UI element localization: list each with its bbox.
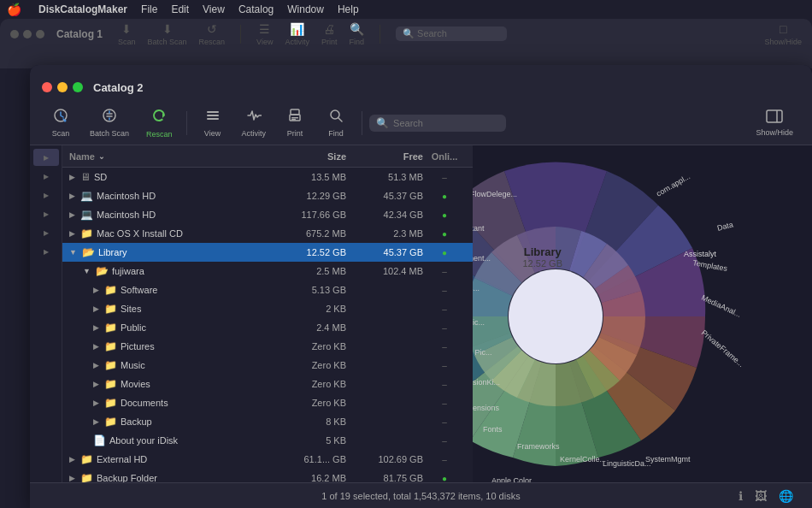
main-window: Catalog 2 Scan Batch <box>30 65 812 508</box>
row-name: ▼ 📂 fujiwara <box>69 265 269 277</box>
print-button[interactable]: Print <box>276 105 314 140</box>
table-row[interactable]: ▶ 📁 Software 5.13 GB – <box>62 281 473 299</box>
status-icons: ℹ 🖼 🌐 <box>737 487 795 505</box>
row-text: Macintosh HD <box>97 210 156 220</box>
sidebar-arrow-1: ▶ <box>44 154 49 162</box>
table-row[interactable]: ▶ 💻 Macintosh HD 117.66 GB 42.34 GB ● <box>62 205 473 224</box>
row-size: 13.5 MB <box>269 172 346 182</box>
bg-toolbar: Catalog 1 ⬇ Scan ⬇ Batch Scan ↺ Rescan ☰… <box>0 19 812 49</box>
row-online: – <box>423 416 466 427</box>
table-row[interactable]: ▶ 📁 Public 2.4 MB – <box>62 318 473 337</box>
info-button[interactable]: ℹ <box>737 487 744 505</box>
view-button[interactable]: View <box>194 105 232 140</box>
row-size: 61.1... GB <box>269 454 346 464</box>
svg-text:PrivateFrame...: PrivateFrame... <box>700 328 746 369</box>
menu-edit[interactable]: Edit <box>171 3 189 15</box>
menu-help[interactable]: Help <box>338 3 359 15</box>
table-row[interactable]: ▶ 📁 Sites 2 KB – <box>62 299 473 318</box>
menu-window[interactable]: Window <box>287 3 324 15</box>
traffic-light-green[interactable] <box>73 82 83 92</box>
sidebar-item-1[interactable]: ▶ <box>33 149 59 166</box>
show-hide-icon <box>766 109 783 127</box>
row-name: ▶ 📁 Public <box>69 322 269 334</box>
sidebar-item-6[interactable]: ▶ <box>33 243 59 260</box>
scan-button[interactable]: Scan <box>42 105 79 140</box>
folder-blue-icon: 📂 <box>82 246 95 258</box>
row-text: Pictures <box>121 341 155 351</box>
svg-text:Desktop Pic...: Desktop Pic... <box>473 348 492 357</box>
traffic-light-yellow[interactable] <box>57 82 68 92</box>
sidebar-item-4[interactable]: ▶ <box>33 205 59 222</box>
row-expand-arrow: ▶ <box>93 380 99 388</box>
table-row[interactable]: ▶ 📁 External HD 61.1... GB 102.69 GB – <box>62 450 473 469</box>
row-online: – <box>423 304 466 314</box>
row-online: ● <box>423 228 466 239</box>
row-online: – <box>423 454 466 464</box>
row-expand-arrow: ▶ <box>69 210 75 219</box>
table-row[interactable]: ▶ 📁 Pictures Zero KB – <box>62 337 473 356</box>
folder-icon: 📁 <box>104 378 117 390</box>
table-row[interactable]: ▶ 📁 Backup Folder 16.2 MB 81.75 GB ● <box>62 469 473 482</box>
bg-dot-3 <box>36 30 44 38</box>
row-online: – <box>423 360 466 370</box>
apple-menu[interactable]: 🍎 <box>7 3 21 16</box>
table-row[interactable]: ▶ 📁 Music Zero KB – <box>62 356 473 375</box>
sidebar-item-3[interactable]: ▶ <box>33 186 59 204</box>
search-input[interactable] <box>393 118 499 128</box>
row-size: Zero KB <box>269 341 346 351</box>
table-row[interactable]: ▶ 📁 Mac OS X Install CD 675.2 MB 2.3 MB … <box>62 224 473 243</box>
table-row[interactable]: ▶ 📁 Backup 8 KB – <box>62 412 473 431</box>
row-text: Public <box>121 322 146 333</box>
row-name: 📄 About your iDisk <box>69 434 269 446</box>
sidebar-item-2[interactable]: ▶ <box>33 168 59 185</box>
table-row[interactable]: ▶ 📁 Documents Zero KB – <box>62 393 473 412</box>
row-expand-arrow: ▶ <box>69 192 75 200</box>
row-size: Zero KB <box>269 379 346 389</box>
row-expand-arrow: ▶ <box>69 474 75 482</box>
row-online: – <box>423 341 466 351</box>
table-row[interactable]: 📄 About your iDisk 5 KB – <box>62 431 473 450</box>
rescan-button[interactable]: Rescan <box>139 104 179 141</box>
sidebar-item-5[interactable]: ▶ <box>33 224 59 241</box>
svg-text:ExtensionKi...: ExtensionKi... <box>473 378 500 387</box>
sidebar: ▶ ▶ ▶ ▶ ▶ ▶ <box>30 145 62 482</box>
activity-label: Activity <box>242 129 267 138</box>
menu-catalog[interactable]: Catalog <box>238 3 274 15</box>
globe-button[interactable]: 🌐 <box>777 487 795 505</box>
menu-view[interactable]: View <box>203 3 225 15</box>
row-size: 8 KB <box>269 416 346 427</box>
hdd-icon: 💻 <box>80 209 93 221</box>
row-online: – <box>423 266 466 276</box>
table-row[interactable]: ▼ 📂 fujiwara 2.5 MB 102.4 MB – <box>62 262 473 281</box>
find-label: Find <box>328 129 344 138</box>
table-row[interactable]: ▶ 🖥 SD 13.5 MB 51.3 MB – <box>62 168 473 186</box>
search-bar[interactable]: 🔍 <box>369 115 506 132</box>
folder-blue-icon: 📁 <box>80 472 93 482</box>
svg-text:Fonts: Fonts <box>483 425 503 434</box>
table-row[interactable]: ▶ 💻 Macintosh HD 12.29 GB 45.37 GB ● <box>62 186 473 205</box>
traffic-light-red[interactable] <box>42 82 52 92</box>
row-expand-arrow: ▶ <box>69 173 75 181</box>
photo-button[interactable]: 🖼 <box>753 487 768 505</box>
sidebar-arrow-6: ▶ <box>44 248 49 256</box>
show-hide-label: Show/Hide <box>756 128 793 137</box>
table-row[interactable]: ▶ 📁 Movies Zero KB – <box>62 375 473 393</box>
batch-scan-button[interactable]: Batch Scan <box>83 105 136 140</box>
svg-text:Assistalyt: Assistalyt <box>684 250 717 258</box>
folder-icon: 📁 <box>104 359 117 371</box>
bg-tb-find: 🔍 Find <box>349 22 364 46</box>
hdd-icon: 🖥 <box>80 171 91 183</box>
activity-button[interactable]: Activity <box>235 105 274 140</box>
row-free: 81.75 GB <box>346 473 423 482</box>
row-text: Macintosh HD <box>97 191 156 201</box>
row-name: ▶ 📁 Documents <box>69 397 269 409</box>
show-hide-button[interactable]: Show/Hide <box>749 107 800 139</box>
menu-file[interactable]: File <box>141 3 157 15</box>
bg-dot-2 <box>23 30 32 38</box>
folder-icon: 📁 <box>104 416 117 428</box>
table-row[interactable]: ▼ 📂 Library 12.52 GB 45.37 GB ● <box>62 243 473 262</box>
find-button[interactable]: Find <box>317 105 355 140</box>
row-expand-arrow: ▶ <box>93 286 99 294</box>
row-size: 5.13 GB <box>269 285 346 295</box>
bg-window-title: Catalog 1 <box>56 28 103 40</box>
